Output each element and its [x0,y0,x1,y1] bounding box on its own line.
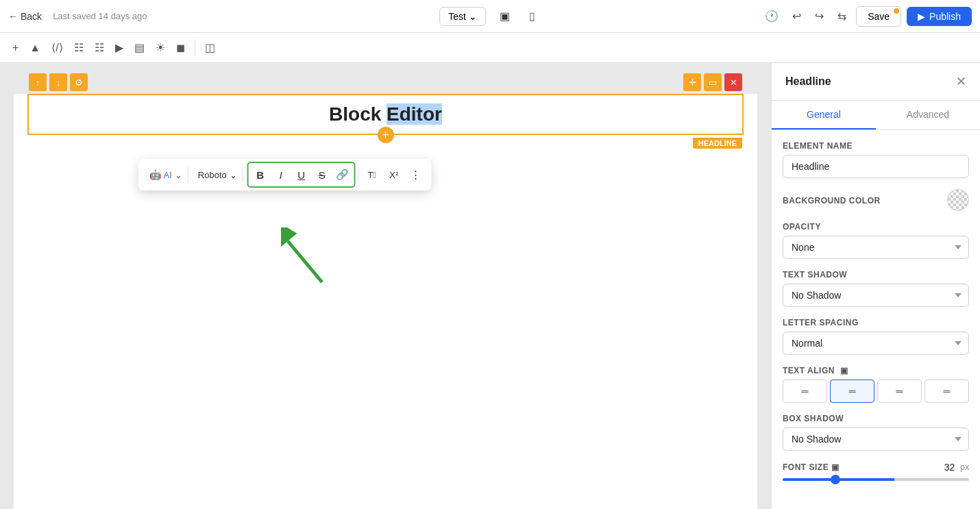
toolbar: + ▲ ⟨/⟩ ☷ ☷ ▶ ▤ ☀ ◼ ◫ [0,33,980,63]
font-size-group: Font size ▣ 32 px [783,462,969,481]
publish-button[interactable]: ▶ Publish [907,7,972,26]
underline-button[interactable]: U [291,164,312,185]
panel-toggle-button[interactable]: ◫ [201,37,219,58]
format-toolbar: 🤖 AI ⌄ Roboto ⌄ B I U S 🔗 T⃢ [138,159,432,190]
undo-button[interactable]: ↩ [788,5,805,27]
ai-chevron-icon: ⌄ [175,170,182,180]
back-button[interactable]: ← Back [8,11,42,22]
canvas-area[interactable]: ↑ ↓ ⚙ ✛ ▭ ✕ Block Editor HEADLINE + 🤖 [0,63,771,509]
history-icon-button[interactable]: 🕐 [761,5,783,27]
font-size-slider-row [783,478,969,481]
back-arrow-icon: ← [8,11,18,22]
ai-icon: 🤖 [149,169,161,180]
font-selector[interactable]: Roboto ⌄ [193,167,243,183]
grid-button[interactable]: ☷ [90,37,108,58]
layers-button[interactable]: ▲ [25,38,45,58]
top-bar-center: Test ⌄ ▣ ▯ [439,7,541,26]
chevron-down-icon: ⌄ [469,11,477,22]
green-arrow [281,227,350,296]
delete-button[interactable]: ✕ [724,73,742,91]
link-button[interactable]: 🔗 [332,164,353,185]
saved-text: Last saved 14 days ago [53,11,147,21]
font-size-row: Font size ▣ 32 px [783,462,969,473]
text-align-label: Text Align ▣ [783,366,969,375]
panel-tabs: General Advanced [772,101,980,130]
strikethrough-button[interactable]: S [312,164,332,185]
opacity-group: Opacity None [783,222,969,259]
element-name-group: Element name [783,141,969,178]
text-shadow-label: Text Shadow [783,270,969,280]
move-up-button[interactable]: ↑ [29,73,47,91]
italic-button[interactable]: I [271,164,291,185]
font-chevron-icon: ⌄ [230,170,237,180]
move-down-button[interactable]: ↓ [49,73,67,91]
text-align-device-icon: ▣ [840,366,848,375]
font-size-slider[interactable] [783,478,969,481]
opacity-label: Opacity [783,222,969,232]
clear-format-button[interactable]: T⃢ [362,164,382,185]
panel-title: Headline [785,75,831,88]
text-shadow-group: Text Shadow No Shadow [783,270,969,307]
block-settings-button[interactable]: ⚙ [70,73,88,91]
font-size-unit: px [960,462,969,472]
element-name-label: Element name [783,141,969,151]
text-align-group: Text Align ▣ ═ ═ ═ ═ [783,366,969,403]
top-bar-right: 🕐 ↩ ↪ ⇆ Save ▶ Publish [761,5,972,27]
bold-button[interactable]: B [250,164,271,185]
bg-color-label-wrap: BACKGROUND COLOR [783,194,881,206]
opacity-select[interactable]: None [783,236,969,259]
code-button[interactable]: ⟨/⟩ [47,37,66,58]
desktop-device-button[interactable]: ▣ [494,7,515,25]
panel-header: Headline ✕ [772,63,980,101]
block-right-controls: ✛ ▭ ✕ [683,73,742,91]
font-size-label: Font size ▣ [783,462,929,472]
headline-block[interactable]: ↑ ↓ ⚙ ✛ ▭ ✕ Block Editor HEADLINE + [27,94,744,135]
bg-color-section: BACKGROUND COLOR [783,189,969,211]
superscript-button[interactable]: X² [384,164,404,185]
block-controls: ↑ ↓ ⚙ [29,73,88,91]
letter-spacing-group: Letter Spacing Normal [783,318,969,355]
letter-spacing-select[interactable]: Normal [783,332,969,355]
text-shadow-select[interactable]: No Shadow [783,284,969,307]
panel-close-button[interactable]: ✕ [956,74,966,89]
test-button[interactable]: Test ⌄ [439,7,486,26]
form-button[interactable]: ☷ [70,37,88,58]
right-panel: Headline ✕ General Advanced Element name… [771,63,980,509]
letter-spacing-label: Letter Spacing [783,318,969,327]
align-justify-button[interactable]: ═ [924,380,969,403]
expand-button[interactable]: ✛ [683,73,701,91]
align-left-button[interactable]: ═ [783,380,827,403]
back-label: Back [21,11,42,22]
apps-button[interactable]: ☀ [151,37,169,58]
align-button-group: ═ ═ ═ ═ [783,380,969,403]
font-size-value: 32 [934,462,955,473]
box-shadow-label: Box Shadow [783,414,969,423]
box-shadow-select[interactable]: No Shadow [783,427,969,451]
element-name-input[interactable] [783,155,969,178]
save-button[interactable]: Save [856,6,901,27]
chart-button[interactable]: ▤ [130,37,149,58]
tab-general[interactable]: General [772,101,876,129]
layout-button[interactable]: ◼ [172,37,189,58]
add-block-button[interactable]: + [378,127,394,143]
mobile-device-button[interactable]: ▯ [524,7,541,25]
font-label: Roboto [198,170,227,180]
test-label: Test [448,11,466,22]
more-options-button[interactable]: ⋮ [406,164,426,185]
align-center-button[interactable]: ═ [830,380,874,403]
publish-label: Publish [929,11,961,22]
bg-color-picker[interactable] [947,189,969,211]
add-element-button[interactable]: + [8,38,23,58]
settings-icon-button[interactable]: ⇆ [833,5,850,27]
media-button[interactable]: ▶ [111,37,127,58]
top-bar-left: ← Back Last saved 14 days ago [8,11,147,22]
toolbar-divider [195,40,195,56]
bg-color-label: BACKGROUND COLOR [783,196,881,206]
align-right-button[interactable]: ═ [877,380,922,403]
duplicate-button[interactable]: ▭ [704,73,722,91]
ai-button[interactable]: 🤖 AI ⌄ [144,166,188,183]
redo-button[interactable]: ↪ [811,5,828,27]
font-size-device-icon: ▣ [831,462,840,472]
tab-advanced[interactable]: Advanced [876,101,980,129]
selected-text: Editor [387,103,442,125]
